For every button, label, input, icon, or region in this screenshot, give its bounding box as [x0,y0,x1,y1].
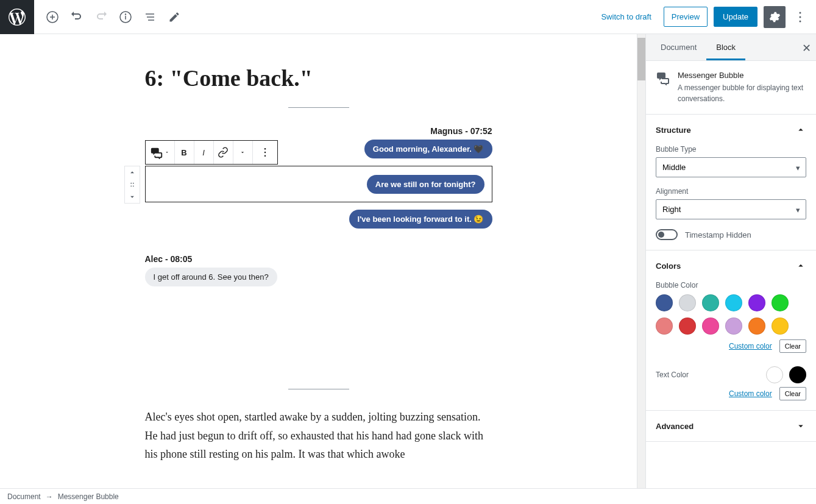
message-bubble[interactable]: I get off around 6. See you then? [145,268,277,286]
alignment-select[interactable]: Right [656,199,806,219]
selected-block-wrapper: B I Are we still on for tonight? [145,166,492,202]
timestamp-hidden-toggle[interactable] [656,229,678,240]
breadcrumb-current[interactable]: Messenger Bubble [58,492,119,501]
more-formatting-button[interactable] [233,141,253,164]
panel-colors: Colors Bubble Color Custom color Clear T… [646,250,816,411]
svg-point-18 [264,155,266,157]
edit-button[interactable] [163,6,185,28]
add-block-button[interactable] [41,6,63,28]
link-icon [218,147,229,158]
paragraph-block[interactable]: Alec's eyes shot open, startled awake by… [145,408,492,464]
undo-button[interactable] [66,6,88,28]
redo-icon [94,10,108,24]
outline-button[interactable] [139,6,161,28]
move-up-button[interactable] [125,166,140,179]
svg-point-14 [130,185,132,186]
bubble-type-label: Bubble Type [656,145,806,154]
drag-handle[interactable] [125,179,140,191]
update-button[interactable]: Update [714,7,757,27]
color-swatch[interactable] [679,294,696,311]
color-swatch[interactable] [702,294,719,311]
color-swatch[interactable] [725,294,742,311]
chevron-up-icon [128,168,137,177]
scroll-thumb[interactable] [637,38,646,80]
custom-color-link[interactable]: Custom color [729,342,772,350]
panel-header-structure[interactable]: Structure [646,115,816,145]
top-toolbar: Switch to draft Preview Update [0,0,816,34]
color-swatch[interactable] [725,318,742,335]
svg-point-15 [132,185,133,186]
tab-document[interactable]: Document [651,34,706,60]
message-bubble[interactable]: I've been looking forward to it. 😉 [349,210,492,229]
svg-point-10 [800,16,801,18]
color-swatch[interactable] [656,294,673,311]
message-bubble[interactable]: Are we still on for tonight? [367,175,484,194]
vertical-dots-icon [259,146,271,158]
wp-logo[interactable] [0,0,34,34]
panel-header-colors[interactable]: Colors [646,250,816,281]
info-button[interactable] [115,6,137,28]
divider [288,107,349,108]
breadcrumb-root[interactable]: Document [7,492,41,501]
color-swatch[interactable] [766,366,783,383]
block-toolbar: B I [145,140,278,165]
pencil-icon [168,11,180,23]
vertical-dots-icon [793,10,807,24]
italic-button[interactable]: I [194,141,214,164]
post-title[interactable]: 6: "Come back." [145,65,492,91]
close-sidebar-button[interactable]: ✕ [802,41,811,55]
color-swatch[interactable] [748,318,765,335]
editor-canvas[interactable]: 6: "Come back." Magnus - 07:52 Good morn… [0,34,637,488]
preview-button[interactable]: Preview [664,7,708,27]
color-swatch[interactable] [748,294,765,311]
bubble-type-select[interactable]: Middle [656,157,806,177]
svg-point-5 [126,14,126,15]
link-button[interactable] [214,141,233,164]
text-color-swatches [766,366,806,383]
panel-advanced: Advanced [646,411,816,442]
tab-block[interactable]: Block [706,34,745,60]
text-color-label: Text Color [656,371,689,379]
move-down-button[interactable] [125,191,140,203]
svg-point-9 [800,12,801,13]
block-info: Messenger Bubble A messenger bubble for … [646,61,816,115]
color-swatch[interactable] [772,318,789,335]
toolbar-right-actions: Switch to draft Preview Update [595,6,811,28]
color-swatch[interactable] [702,318,719,335]
alignment-label: Alignment [656,187,806,196]
color-swatch[interactable] [772,294,789,311]
color-swatch[interactable] [679,318,696,335]
chat-icon [150,146,163,159]
chat-icon [656,71,670,85]
selected-messenger-bubble-block[interactable]: Are we still on for tonight? [145,166,492,202]
chevron-down-icon [795,421,806,431]
settings-toggle-button[interactable] [764,6,786,28]
drag-icon [128,180,137,189]
redo-button[interactable] [90,6,112,28]
chevron-up-icon [795,124,806,135]
message-header-alec: Alec - 08:05 [145,254,492,264]
bubble-row: I've been looking forward to it. 😉 [145,210,492,229]
color-swatch[interactable] [656,318,673,335]
clear-text-color-button[interactable]: Clear [779,387,806,400]
block-info-title: Messenger Bubble [678,71,806,80]
chevron-down-icon [239,149,246,155]
clear-bubble-color-button[interactable]: Clear [779,339,806,353]
switch-to-draft-button[interactable]: Switch to draft [595,7,657,26]
chevron-down-icon [165,150,169,155]
color-swatch[interactable] [789,366,806,383]
panel-header-advanced[interactable]: Advanced [646,411,816,441]
block-more-button[interactable] [253,141,277,164]
more-options-button[interactable] [792,6,809,28]
message-bubble[interactable]: Good morning, Alexander. 🖤 [364,140,492,158]
block-type-button[interactable] [146,141,175,164]
bold-button[interactable]: B [175,141,194,164]
main-area: 6: "Come back." Magnus - 07:52 Good morn… [0,34,816,488]
gear-icon [768,11,781,23]
toolbar-left-group [41,6,185,28]
wordpress-icon [9,9,26,26]
custom-text-color-link[interactable]: Custom color [729,389,772,398]
chevron-down-icon [128,193,137,201]
block-info-desc: A messenger bubble for displaying text c… [678,82,806,104]
bubble-row: I get off around 6. See you then? [145,268,492,286]
